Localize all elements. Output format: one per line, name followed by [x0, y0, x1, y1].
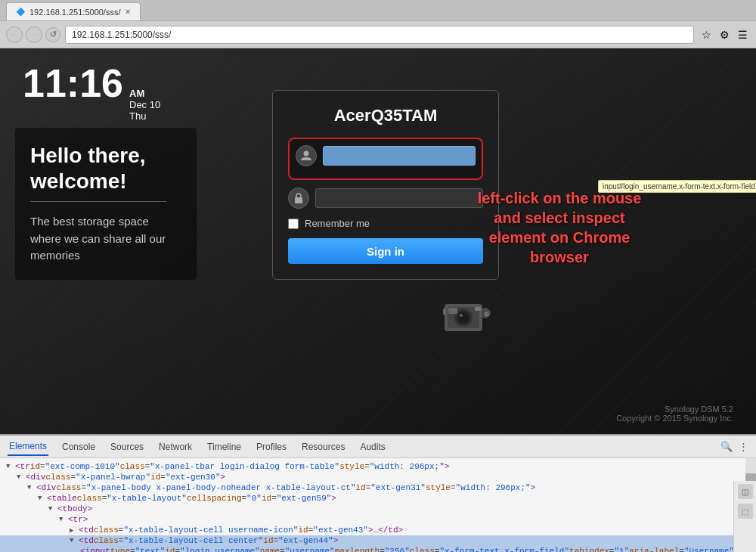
welcome-text: The best storage space where we can shar… [30, 213, 181, 265]
nav-buttons: ← → ↺ [6, 26, 60, 43]
tree-toggle[interactable] [48, 505, 57, 513]
code-line-1: <tr id="ext-comp-1010" class="x-panel-tb… [0, 461, 741, 472]
svg-rect-10 [443, 309, 446, 315]
svg-point-0 [304, 151, 309, 157]
instruction-text: left-click on the mouse and select inspe… [476, 188, 643, 267]
code-line-4: <table class="x-table-layout" cellspacin… [0, 493, 741, 504]
remember-label: Remember me [305, 218, 370, 229]
tree-toggle[interactable] [38, 495, 47, 502]
code-line-8: <td class="x-table-layout-cell center" i… [0, 535, 741, 546]
synology-line2: Copyright © 2015 Synology Inc. [616, 414, 733, 423]
devtools-search-icon[interactable]: 🔍 [720, 441, 733, 452]
date-line2: Thu [129, 110, 160, 122]
svg-rect-9 [448, 308, 457, 314]
code-line-5: <tbody> [0, 504, 741, 514]
remember-checkbox[interactable] [288, 219, 299, 229]
user-icon [296, 145, 317, 166]
tab-favicon: 🔷 [16, 8, 25, 16]
synology-brand: Synology DSM 5.2 Copyright © 2015 Synolo… [616, 405, 733, 423]
browser-tab[interactable]: 🔷 192.168.1.251:5000/sss/ ✕ [6, 2, 141, 20]
remember-me-row: Remember me [288, 218, 483, 229]
browser-chrome: 🔷 192.168.1.251:5000/sss/ ✕ ← → ↺ 192.16… [0, 0, 756, 48]
tree-toggle[interactable] [70, 526, 79, 535]
username-highlight-box [288, 138, 483, 180]
code-line-6: <tr> [0, 514, 741, 525]
devtools-tab-console[interactable]: Console [60, 439, 97, 455]
time-details: AM Dec 10 Thu [129, 88, 160, 122]
svg-rect-8 [475, 307, 481, 311]
star-icon[interactable]: ☆ [699, 27, 714, 42]
tree-toggle[interactable] [17, 473, 26, 481]
reload-button[interactable]: ↺ [45, 27, 60, 42]
menu-icon[interactable]: ☰ [735, 27, 750, 42]
browser-icons: ☆ ⚙ ☰ [699, 27, 750, 42]
tree-toggle[interactable] [27, 484, 36, 492]
devtools-toolbar: Elements Console Sources Network Timelin… [0, 436, 756, 458]
devtools-right-panel: ◫ ⬚ [733, 481, 756, 552]
devtools-panel-icon-2[interactable]: ⬚ [738, 504, 753, 519]
svg-point-7 [460, 314, 463, 317]
address-text: 192.168.1.251:5000/sss/ [72, 29, 171, 40]
username-input[interactable] [323, 146, 476, 166]
devtools-tab-timeline[interactable]: Timeline [206, 439, 243, 455]
welcome-divider [30, 201, 166, 202]
tab-bar: 🔷 192.168.1.251:5000/sss/ ✕ [0, 0, 756, 21]
page-content: 11:16 AM Dec 10 Thu Hello there, welcome… [0, 48, 756, 434]
code-line-3: <div class="x-panel-body x-panel-body-no… [0, 482, 741, 493]
devtools-tab-elements[interactable]: Elements [8, 438, 48, 456]
time-ampm: AM [129, 88, 160, 99]
clock-time: 11:16 [23, 64, 123, 103]
synology-line1: Synology DSM 5.2 [616, 405, 733, 414]
back-button[interactable]: ← [6, 26, 23, 43]
svg-rect-1 [295, 197, 302, 203]
lock-icon [288, 188, 309, 209]
welcome-title: Hello there, welcome! [30, 143, 181, 194]
devtools-html-tree: <tr id="ext-comp-1010" class="x-panel-tb… [0, 458, 756, 552]
devtools-tab-sources[interactable]: Sources [109, 439, 145, 455]
devtools-tab-resources[interactable]: Resources [300, 439, 346, 455]
signin-button[interactable]: Sign in [288, 238, 483, 264]
devtools-content-wrapper: <tr id="ext-comp-1010" class="x-panel-tb… [0, 458, 756, 552]
devtools-tab-audits[interactable]: Audits [358, 439, 386, 455]
welcome-box: Hello there, welcome! The best storage s… [15, 128, 197, 280]
tree-toggle[interactable] [59, 516, 68, 523]
address-bar[interactable]: 192.168.1.251:5000/sss/ [65, 26, 694, 44]
signin-label: Sign in [367, 245, 404, 258]
devtools-settings-icon[interactable]: ⋮ [739, 441, 748, 452]
username-row [296, 145, 476, 166]
forward-button[interactable]: → [26, 26, 42, 43]
date-line1: Dec 10 [129, 99, 160, 110]
top-left-info: 11:16 AM Dec 10 Thu [23, 64, 160, 122]
svg-text:⚙: ⚙ [484, 311, 489, 318]
devtools-panel-icon-1[interactable]: ◫ [738, 484, 753, 499]
password-input[interactable] [315, 188, 483, 208]
devtools-tab-network[interactable]: Network [157, 439, 194, 455]
code-line-7: <td class="x-table-layout-cell username-… [0, 525, 741, 535]
devtools-tab-profiles[interactable]: Profiles [255, 439, 288, 455]
devtools-right-icons: 🔍 ⋮ [720, 441, 748, 452]
password-row [288, 188, 483, 209]
devtools-panel: Elements Console Sources Network Timelin… [0, 434, 756, 552]
tree-toggle[interactable] [6, 463, 15, 470]
login-title: AcerQ35TAM [288, 106, 483, 126]
tree-toggle[interactable] [70, 537, 79, 544]
camera-mascot: ⚙ [438, 290, 499, 340]
tab-title: 192.168.1.251:5000/sss/ [29, 8, 120, 17]
time-display: 11:16 AM Dec 10 Thu [23, 64, 160, 122]
login-panel: AcerQ35TAM input#login_username.x-form-t… [272, 90, 499, 280]
settings-icon[interactable]: ⚙ [717, 27, 732, 42]
code-line-9: <input type="text" id="login_username" n… [0, 546, 741, 552]
tab-close-button[interactable]: ✕ [125, 8, 131, 16]
code-line-2: <div class="x-panel-bwrap" id="ext-gen30… [0, 472, 741, 482]
browser-toolbar: ← → ↺ 192.168.1.251:5000/sss/ ☆ ⚙ ☰ [0, 21, 756, 48]
